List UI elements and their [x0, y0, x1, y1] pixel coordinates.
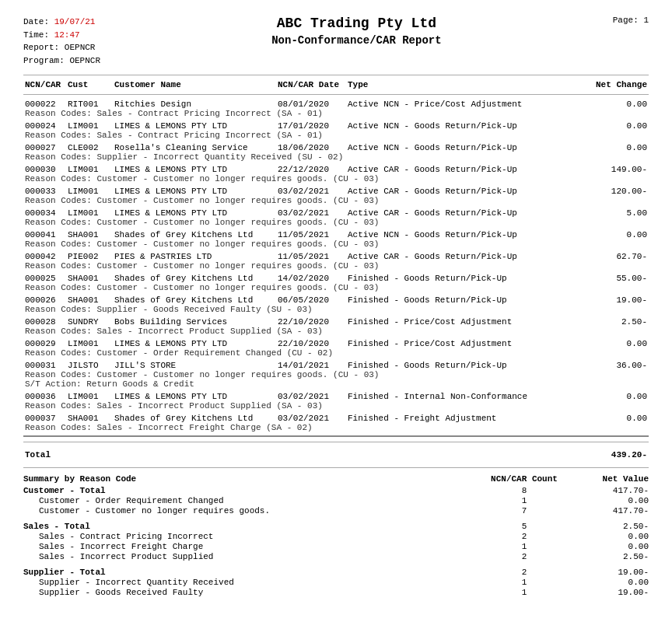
- entry-netchange: 120.00-: [585, 187, 647, 196]
- entry-date: 03/02/2021: [278, 208, 348, 218]
- entry-type: Active NCN - Goods Return/Pick-Up: [348, 230, 585, 239]
- entry-date: 11/05/2021: [278, 252, 348, 261]
- summary-row-value: 19.00-: [571, 588, 649, 597]
- table-row: 000042 PIE002 PIES & PASTRIES LTD 11/05/…: [23, 252, 649, 271]
- entry-main-row: 000030 LIM001 LIMES & LEMONS PTY LTD 22/…: [23, 165, 649, 174]
- entry-custname: Ritchies Design: [114, 100, 278, 109]
- summary-row-label: Sales - Incorrect Product Supplied: [23, 552, 478, 561]
- entry-cust: LIM001: [68, 187, 114, 196]
- entry-netchange: 19.00-: [585, 295, 647, 305]
- entry-date: 22/10/2020: [278, 317, 348, 327]
- table-row: 000030 LIM001 LIMES & LEMONS PTY LTD 22/…: [23, 165, 649, 183]
- report-title: Non-Conformance/CAR Report: [100, 34, 613, 47]
- summary-row-label: Sales - Total: [23, 522, 478, 531]
- entry-netchange: 5.00: [585, 208, 647, 218]
- entry-main-row: 000036 LIM001 LIMES & LEMONS PTY LTD 03/…: [23, 392, 649, 401]
- entry-date: 03/02/2021: [278, 187, 348, 196]
- summary-count-col: NCN/CAR Count: [478, 474, 571, 484]
- entry-netchange: 149.00-: [585, 165, 647, 174]
- summary-row-value: 417.70-: [571, 506, 649, 515]
- entry-main-row: 000024 LIM001 LIMES & LEMONS PTY LTD 17/…: [23, 121, 649, 131]
- table-row: 000037 SHA001 Shades of Grey Kitchens Lt…: [23, 414, 649, 432]
- summary-row-item: Sales - Incorrect Product Supplied 2 2.5…: [23, 552, 649, 561]
- time-label: Time:: [23, 30, 49, 40]
- summary-row-label: Sales - Incorrect Freight Charge: [23, 542, 478, 551]
- entry-ncn: 000033: [25, 187, 68, 196]
- entry-ncn: 000022: [25, 100, 68, 109]
- column-headers: NCN/CAR Cust Customer Name NCN/CAR Date …: [23, 80, 649, 89]
- entry-type: Finished - Price/Cost Adjustment: [348, 339, 585, 348]
- entry-custname: Shades of Grey Kitchens Ltd: [114, 414, 278, 423]
- col-ncn-car: NCN/CAR: [25, 80, 68, 89]
- entry-cust: SHA001: [68, 230, 114, 239]
- entry-reason: Reason Codes: Supplier - Goods Received …: [23, 305, 649, 314]
- entry-reason: Reason Codes: Sales - Incorrect Product …: [23, 327, 649, 336]
- summary-row-label: Customer - Total: [23, 486, 478, 495]
- summary-rows: Customer - Total 8 417.70- Customer - Or…: [23, 486, 649, 597]
- entry-custname: Bobs Building Services: [114, 317, 278, 327]
- summary-row-label: Customer - Customer no longer requires g…: [23, 506, 478, 515]
- entry-custname: PIES & PASTRIES LTD: [114, 252, 278, 261]
- page-number: 1: [643, 16, 649, 25]
- entry-date: 14/02/2020: [278, 274, 348, 283]
- summary-row-item: Customer - Total 8 417.70-: [23, 486, 649, 495]
- summary-row-item: Sales - Total 5 2.50-: [23, 522, 649, 531]
- entry-custname: LIMES & LEMONS PTY LTD: [114, 208, 278, 218]
- summary-row-count: 1: [478, 496, 571, 505]
- header-meta: Date: 19/07/21 Time: 12:47 Report: OEPNC…: [23, 16, 100, 67]
- entry-main-row: 000025 SHA001 Shades of Grey Kitchens Lt…: [23, 274, 649, 283]
- entry-ncn: 000030: [25, 165, 68, 174]
- summary-row-item: Supplier - Goods Received Faulty 1 19.00…: [23, 588, 649, 597]
- summary-row-value: 0.00: [571, 496, 649, 505]
- entry-custname: LIMES & LEMONS PTY LTD: [114, 392, 278, 401]
- col-header-divider: [23, 94, 649, 95]
- entry-custname: Shades of Grey Kitchens Ltd: [114, 295, 278, 305]
- entry-ncn: 000037: [25, 414, 68, 423]
- table-row: 000024 LIM001 LIMES & LEMONS PTY LTD 17/…: [23, 121, 649, 140]
- col-date: NCN/CAR Date: [278, 80, 348, 89]
- entry-netchange: 0.00: [585, 230, 647, 239]
- time-value: 12:47: [54, 30, 80, 40]
- entry-cust: LIM001: [68, 392, 114, 401]
- summary-value-col: Net Value: [571, 474, 649, 484]
- table-row: 000022 RIT001 Ritchies Design 08/01/2020…: [23, 100, 649, 118]
- entry-cust: PIE002: [68, 252, 114, 261]
- entry-type: Active CAR - Goods Return/Pick-Up: [348, 187, 585, 196]
- entry-reason: Reason Codes: Sales - Incorrect Freight …: [23, 423, 649, 432]
- entry-type: Finished - Internal Non-Conformance: [348, 392, 585, 401]
- entry-netchange: 2.50-: [585, 317, 647, 327]
- entry-reason: Reason Codes: Sales - Contract Pricing I…: [23, 109, 649, 118]
- entry-type: Active NCN - Goods Return/Pick-Up: [348, 121, 585, 131]
- entry-action: S/T Action: Return Goods & Credit: [23, 379, 649, 389]
- entry-main-row: 000042 PIE002 PIES & PASTRIES LTD 11/05/…: [23, 252, 649, 261]
- entry-ncn: 000025: [25, 274, 68, 283]
- entry-main-row: 000022 RIT001 Ritchies Design 08/01/2020…: [23, 100, 649, 109]
- entry-type: Finished - Price/Cost Adjustment: [348, 317, 585, 327]
- entry-cust: JILSTO: [68, 361, 114, 370]
- entry-ncn: 000031: [25, 361, 68, 370]
- entries-end-divider: [23, 435, 649, 437]
- table-row: 000033 LIM001 LIMES & LEMONS PTY LTD 03/…: [23, 187, 649, 205]
- entry-custname: Shades of Grey Kitchens Ltd: [114, 230, 278, 239]
- summary-header: Summary by Reason Code NCN/CAR Count Net…: [23, 474, 649, 484]
- entry-date: 03/02/2021: [278, 392, 348, 401]
- entry-ncn: 000026: [25, 295, 68, 305]
- entry-netchange: 0.00: [585, 392, 647, 401]
- summary-row-value: 2.50-: [571, 522, 649, 531]
- entry-main-row: 000033 LIM001 LIMES & LEMONS PTY LTD 03/…: [23, 187, 649, 196]
- entry-date: 11/05/2021: [278, 230, 348, 239]
- entry-netchange: 0.00: [585, 143, 647, 152]
- date-value: 19/07/21: [54, 17, 96, 26]
- header-page: Page: 1: [613, 16, 649, 25]
- entry-ncn: 000024: [25, 121, 68, 131]
- summary-row-label: Sales - Contract Pricing Incorrect: [23, 532, 478, 541]
- entry-type: Finished - Freight Adjustment: [348, 414, 585, 423]
- summary-row-value: 0.00: [571, 532, 649, 541]
- entry-reason: Reason Codes: Customer - Customer no lon…: [23, 370, 649, 379]
- summary-row-label: Customer - Order Requirement Changed: [23, 496, 478, 505]
- entry-reason: Reason Codes: Customer - Customer no lon…: [23, 196, 649, 205]
- summary-row-count: 1: [478, 578, 571, 587]
- summary-row-count: 2: [478, 568, 571, 577]
- summary-row-value: 2.50-: [571, 552, 649, 561]
- report-value: OEPNCR: [65, 43, 96, 52]
